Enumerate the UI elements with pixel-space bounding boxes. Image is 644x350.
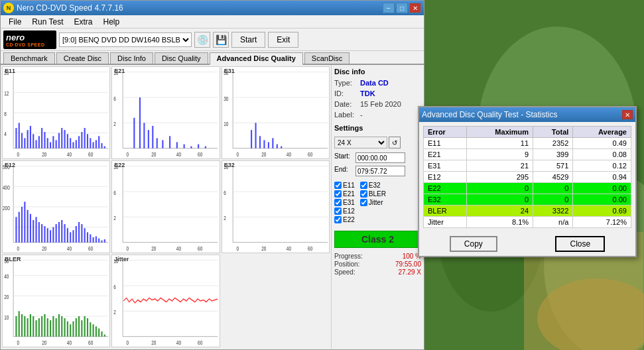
tab-create-disc[interactable]: Create Disc xyxy=(56,52,109,64)
svg-rect-198 xyxy=(67,321,68,337)
cb-e11[interactable]: E11 xyxy=(334,182,355,189)
window-close-button[interactable]: ✕ xyxy=(409,3,421,13)
chart-jitter-label: Jitter xyxy=(114,256,129,262)
cb-jitter[interactable]: Jitter xyxy=(360,199,383,206)
exit-button[interactable]: Exit xyxy=(268,32,298,48)
drive-select[interactable]: [9:0] BENQ DVD DD DW1640 BSLB xyxy=(59,32,192,47)
cb-e12[interactable]: E12 xyxy=(334,207,355,215)
svg-rect-50 xyxy=(101,143,102,148)
chart-e32: E32 10 6 2 0 20 40 60 xyxy=(222,160,330,253)
svg-rect-95 xyxy=(276,145,277,148)
cb-e32-input[interactable] xyxy=(360,182,367,189)
cb-e21[interactable]: E21 xyxy=(334,190,355,198)
tab-disc-quality[interactable]: Disc Quality xyxy=(155,52,208,64)
minimize-button[interactable]: − xyxy=(383,3,395,13)
save-button[interactable]: 💾 xyxy=(213,32,229,48)
svg-rect-140 xyxy=(101,241,102,243)
end-time-input[interactable] xyxy=(355,166,405,176)
svg-rect-195 xyxy=(58,314,60,337)
speed-stat-value: 27.29 X xyxy=(399,268,421,276)
stats-dialog: Advanced Disc Quality Test - Statistics … xyxy=(418,106,637,257)
stats-table-body: E111123520.49E2193990.08E31215710.12E122… xyxy=(424,138,631,228)
svg-rect-90 xyxy=(255,123,256,148)
col-error: Error xyxy=(424,127,467,138)
svg-rect-208 xyxy=(96,326,97,336)
svg-rect-65 xyxy=(139,97,141,148)
menu-help[interactable]: Help xyxy=(98,16,125,28)
col-maximum: Maximum xyxy=(467,127,533,138)
cb-e22-input[interactable] xyxy=(334,216,342,223)
svg-rect-194 xyxy=(56,318,57,337)
chart-e12-label: E12 xyxy=(5,162,15,168)
speed-refresh-button[interactable]: ↺ xyxy=(389,137,401,148)
menu-file[interactable]: File xyxy=(3,16,27,28)
svg-rect-185 xyxy=(30,314,31,337)
copy-button[interactable]: Copy xyxy=(450,236,497,252)
cb-e11-input[interactable] xyxy=(334,182,342,189)
svg-text:60: 60 xyxy=(198,245,203,252)
cb-e22[interactable]: E22 xyxy=(334,216,355,223)
start-button[interactable]: Start xyxy=(231,32,265,48)
disc-date-row: Date: 15 Feb 2020 xyxy=(334,100,421,108)
svg-rect-189 xyxy=(41,316,42,337)
start-time-row: Start: xyxy=(334,152,421,163)
cb-e12-input[interactable] xyxy=(334,207,342,215)
nero-logo-sub: CD·DVD SPEED xyxy=(6,42,45,47)
disc-icon-button[interactable]: 💿 xyxy=(194,32,210,48)
cb-row-2: E21 BLER xyxy=(334,190,421,198)
progress-row: Progress: 100 % xyxy=(334,253,421,260)
svg-rect-121 xyxy=(47,228,48,242)
tab-disc-info[interactable]: Disc Info xyxy=(110,52,153,64)
cb-e31[interactable]: E31 xyxy=(334,199,355,206)
svg-text:0: 0 xyxy=(17,245,20,252)
menu-run-test[interactable]: Run Test xyxy=(27,16,68,28)
svg-rect-41 xyxy=(76,140,77,148)
stats-cell-4-1: 0 xyxy=(467,183,533,194)
svg-rect-69 xyxy=(157,138,158,148)
stats-cell-1-3: 0.08 xyxy=(573,149,631,160)
tab-advanced-disc-quality[interactable]: Advanced Disc Quality xyxy=(210,52,303,65)
svg-text:40: 40 xyxy=(67,151,72,158)
stats-close-title-button[interactable]: ✕ xyxy=(622,110,633,119)
svg-rect-31 xyxy=(47,138,48,148)
cb-e32[interactable]: E32 xyxy=(360,182,381,189)
stats-cell-7-1: 8.1% xyxy=(467,217,533,228)
svg-text:0: 0 xyxy=(127,151,129,158)
svg-rect-202 xyxy=(78,316,80,337)
maximize-button[interactable]: □ xyxy=(396,3,408,13)
tab-benchmark[interactable]: Benchmark xyxy=(3,52,55,64)
cb-e31-input[interactable] xyxy=(334,199,342,206)
disc-type-label: Type: xyxy=(334,79,357,87)
svg-rect-51 xyxy=(104,146,105,148)
cb-row-4: E12 xyxy=(334,207,421,215)
close-button[interactable]: Close xyxy=(555,236,605,252)
chart-e21: E21 10 6 2 0 20 40 60 xyxy=(111,66,220,159)
tab-scan-disc[interactable]: ScanDisc xyxy=(304,52,350,64)
svg-text:40: 40 xyxy=(286,151,291,158)
progress-label: Progress: xyxy=(334,253,363,260)
svg-rect-68 xyxy=(153,126,154,148)
svg-text:6: 6 xyxy=(113,189,116,196)
svg-rect-187 xyxy=(35,320,36,337)
menu-extra[interactable]: Extra xyxy=(68,16,97,28)
svg-rect-127 xyxy=(64,224,65,243)
disc-date-label: Date: xyxy=(334,100,357,108)
svg-rect-46 xyxy=(90,138,91,148)
svg-rect-111 xyxy=(19,212,20,243)
stats-cell-3-0: E12 xyxy=(424,172,467,183)
chart-e31: E31 50 30 10 0 20 40 60 xyxy=(222,66,330,159)
svg-rect-196 xyxy=(61,316,62,337)
start-time-input[interactable] xyxy=(355,152,405,163)
svg-rect-114 xyxy=(27,210,29,243)
svg-rect-49 xyxy=(98,136,99,148)
cb-bler-input[interactable] xyxy=(360,190,367,198)
svg-rect-128 xyxy=(67,228,68,242)
cb-e21-input[interactable] xyxy=(334,190,342,198)
cb-bler[interactable]: BLER xyxy=(360,190,386,198)
svg-rect-119 xyxy=(41,224,42,243)
speed-select[interactable]: 24 X xyxy=(334,137,387,148)
progress-section: Progress: 100 % Position: 79:55.00 Speed… xyxy=(334,253,421,276)
disc-type-row: Type: Data CD xyxy=(334,79,421,87)
svg-rect-139 xyxy=(98,239,99,243)
cb-jitter-input[interactable] xyxy=(360,199,367,206)
